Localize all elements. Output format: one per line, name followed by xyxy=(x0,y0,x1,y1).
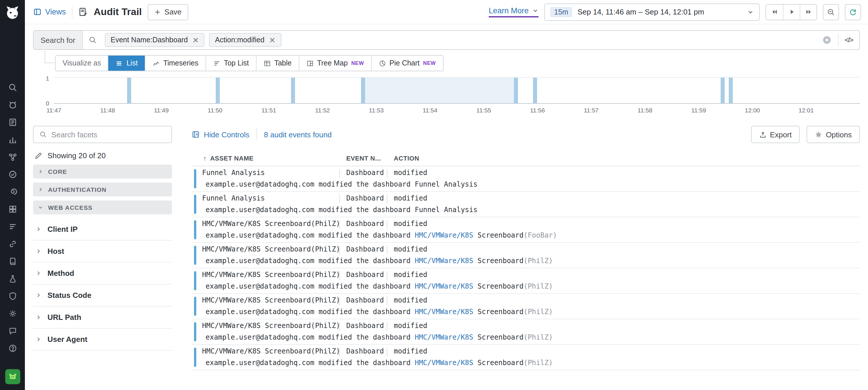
support-chat-icon[interactable] xyxy=(8,326,17,335)
audit-trail-icon xyxy=(78,7,88,17)
x-axis-tick-label: 11:47 xyxy=(46,107,61,114)
bits-ai-icon[interactable] xyxy=(5,369,20,384)
column-asset-name[interactable]: ↑ASSET NAME xyxy=(203,155,254,162)
labs-icon[interactable] xyxy=(8,274,17,283)
help-icon[interactable] xyxy=(8,343,17,353)
audit-event-row[interactable]: HMC/VMWare/K8S Screenboard(PhilZ)Dashboa… xyxy=(192,319,860,345)
audit-event-row[interactable]: HMC/VMWare/K8S Screenboard(PhilZ)Dashboa… xyxy=(192,268,860,294)
event-count-bar[interactable] xyxy=(127,78,131,103)
tab-timeseries[interactable]: Timeseries xyxy=(145,56,205,71)
facet-status-code[interactable]: Status Code xyxy=(33,284,172,306)
x-axis-tick-label: 11:57 xyxy=(584,107,599,114)
export-button[interactable]: Export xyxy=(751,126,800,143)
integrations-icon[interactable] xyxy=(8,239,17,249)
chart-plot-area[interactable] xyxy=(54,77,860,104)
action-cell: modified xyxy=(394,220,427,228)
tab-pie-chart[interactable]: Pie Chart NEW xyxy=(371,56,443,71)
tab-table[interactable]: Table xyxy=(256,56,299,71)
learn-more-dropdown[interactable]: Learn More xyxy=(489,6,538,18)
security-icon[interactable] xyxy=(8,292,17,301)
remove-filter-icon[interactable]: ✕ xyxy=(192,36,199,44)
filter-chip-action[interactable]: Action:modified ✕ xyxy=(209,33,281,47)
views-icon xyxy=(33,7,42,16)
hide-controls-button[interactable]: Hide Controls xyxy=(192,130,250,139)
tab-top-list[interactable]: Top List xyxy=(205,56,256,71)
save-button[interactable]: Save xyxy=(148,4,188,20)
refresh-button[interactable] xyxy=(845,4,861,20)
audit-event-row[interactable]: Funnel AnalysisDashboardmodified example… xyxy=(192,192,860,217)
event-count-bar[interactable] xyxy=(514,78,518,103)
dashboard-link[interactable]: HMC/VMWare/K8S xyxy=(414,282,473,290)
dashboard-link[interactable]: HMC/VMWare/K8S xyxy=(414,257,473,265)
event-count-bar[interactable] xyxy=(216,78,220,103)
audit-event-row[interactable]: HMC/VMWare/K8S Screenboard(PhilZ)Dashboa… xyxy=(192,243,860,268)
options-button[interactable]: Options xyxy=(807,126,860,143)
facet-search-box[interactable] xyxy=(33,126,172,143)
facets-showing-label: Showing 20 of 20 xyxy=(48,151,106,160)
facet-search-input[interactable] xyxy=(51,130,165,139)
event-count-bar[interactable] xyxy=(721,78,725,103)
dashboard-link[interactable]: HMC/VMWare/K8S xyxy=(414,333,473,341)
facet-group-authentication[interactable]: AUTHENTICATION xyxy=(33,183,172,197)
x-axis-tick-label: 11:59 xyxy=(691,107,706,114)
time-backward-button[interactable] xyxy=(766,4,783,20)
tab-tree-map[interactable]: Tree Map NEW xyxy=(299,56,371,71)
search-icon[interactable] xyxy=(8,83,17,92)
query-syntax-toggle-icon[interactable]: </> xyxy=(844,36,853,44)
dashboard-link[interactable]: HMC/VMWare/K8S xyxy=(414,308,473,316)
filter-chip-label: Action:modified xyxy=(215,36,265,44)
facet-group-web-access[interactable]: WEB ACCESS xyxy=(33,201,172,214)
dashboard-link[interactable]: HMC/VMWare/K8S xyxy=(414,359,473,367)
network-icon[interactable] xyxy=(8,152,17,162)
facet-url-path[interactable]: URL Path xyxy=(33,306,172,329)
clear-search-icon[interactable] xyxy=(822,35,831,44)
dashboard-link[interactable]: HMC/VMWare/K8S xyxy=(414,231,473,239)
dashboards-icon[interactable] xyxy=(8,205,17,214)
search-for-label[interactable]: Search for xyxy=(34,31,83,49)
column-event-name[interactable]: EVENT N... xyxy=(346,155,381,162)
settings-icon[interactable] xyxy=(8,309,17,318)
audit-event-row[interactable]: HMC/VMWare/K8S Screenboard(PhilZ)Dashboa… xyxy=(192,345,860,370)
facet-group-core[interactable]: CORE xyxy=(33,164,172,179)
facets-showing-row[interactable]: Showing 20 of 20 xyxy=(34,151,171,160)
column-action[interactable]: ACTION xyxy=(394,155,419,162)
time-range-picker[interactable]: 15m Sep 14, 11:46 am – Sep 14, 12:01 pm xyxy=(544,3,760,21)
facet-client-ip[interactable]: Client IP xyxy=(33,218,172,240)
divider xyxy=(72,6,72,18)
action-cell: modified xyxy=(394,169,427,177)
zoom-out-icon xyxy=(827,8,835,16)
facet-user-agent[interactable]: User Agent xyxy=(33,329,172,351)
metrics-icon[interactable] xyxy=(8,135,17,144)
event-count-bar[interactable] xyxy=(729,78,733,103)
visualize-as-label: Visualize as xyxy=(56,56,108,71)
search-bar[interactable]: Search for Event Name:Dashboard ✕ Action… xyxy=(33,30,860,50)
y-axis-tick-label: 1 xyxy=(33,75,49,82)
logs-icon[interactable] xyxy=(8,118,17,127)
audit-event-row[interactable]: Funnel AnalysisDashboardmodified example… xyxy=(192,166,860,192)
pencil-icon xyxy=(34,152,42,160)
datadog-logo-icon[interactable] xyxy=(5,5,20,20)
save-label: Save xyxy=(164,7,182,16)
facet-method[interactable]: Method xyxy=(33,263,172,284)
views-button[interactable]: Views xyxy=(33,7,66,16)
synthetics-icon[interactable] xyxy=(8,170,17,179)
tab-list[interactable]: List xyxy=(108,56,145,71)
monitors-icon[interactable] xyxy=(8,222,17,231)
event-count-bar[interactable] xyxy=(291,78,295,103)
time-play-button[interactable] xyxy=(783,4,800,20)
product-sidebar xyxy=(0,0,25,390)
facet-host[interactable]: Host xyxy=(33,240,172,263)
watchdog-icon[interactable] xyxy=(8,100,17,110)
audit-event-row[interactable]: HMC/VMWare/K8S Screenboard(PhilZ)Dashboa… xyxy=(192,294,860,319)
time-forward-button[interactable] xyxy=(800,4,816,20)
events-count-link[interactable]: 8 audit events found xyxy=(264,130,332,139)
zoom-out-button[interactable] xyxy=(823,4,839,20)
remove-filter-icon[interactable]: ✕ xyxy=(269,36,276,44)
filter-chip-event-name[interactable]: Event Name:Dashboard ✕ xyxy=(105,33,205,47)
x-axis-tick-label: 11:56 xyxy=(530,107,545,114)
event-count-bar[interactable] xyxy=(533,78,537,103)
notebooks-icon[interactable] xyxy=(8,257,17,266)
audit-event-row[interactable]: HMC/VMWare/K8S Screenboard(PhilZ)Dashboa… xyxy=(192,217,860,243)
event-count-bar[interactable] xyxy=(361,78,365,103)
apm-icon[interactable] xyxy=(8,187,17,197)
